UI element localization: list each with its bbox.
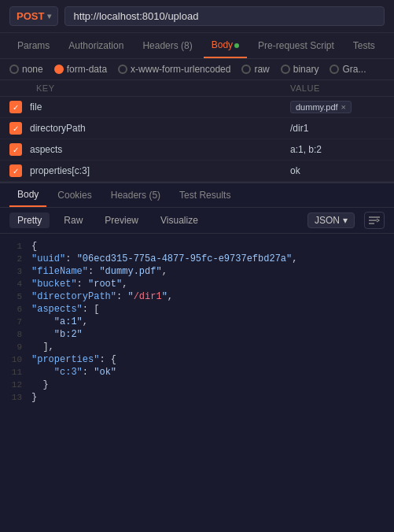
code-line: 7 "a:1", [3, 316, 391, 328]
form-table: KEY VALUE ✓ file dummy.pdf × ✓ directory… [0, 80, 394, 182]
code-line: 9 ], [3, 341, 391, 353]
tab-params[interactable]: Params [9, 34, 57, 57]
radio-none[interactable]: none [9, 64, 43, 75]
url-bar: POST ▾ [0, 0, 394, 33]
radio-graphql[interactable]: Gra... [330, 64, 366, 75]
code-line: 4 "bucket": "root", [3, 278, 391, 290]
tab-headers[interactable]: Headers (8) [134, 34, 200, 57]
radio-raw[interactable]: raw [241, 64, 269, 75]
radio-urlencoded-circle [118, 65, 127, 74]
tab-pre-request[interactable]: Pre-request Script [250, 34, 342, 57]
code-line: 1 { [3, 240, 391, 253]
code-line: 10 "properties": { [3, 353, 391, 366]
table-header: KEY VALUE [0, 80, 394, 97]
radio-binary-circle [281, 65, 290, 74]
row-1-checkbox[interactable]: ✓ [9, 101, 22, 113]
header-value-col: VALUE [290, 83, 385, 93]
view-preview-button[interactable]: Preview [97, 212, 146, 228]
code-line: 11 "c:3": "ok" [3, 366, 391, 379]
url-input[interactable] [64, 6, 385, 26]
radio-none-circle [9, 65, 19, 74]
row-4-key: properties[c:3] [30, 165, 290, 176]
radio-raw-circle [241, 65, 251, 74]
code-line: 13 } [3, 391, 391, 404]
method-label: POST [17, 10, 44, 22]
row-3-checkbox[interactable]: ✓ [9, 143, 22, 156]
row-3-key: aspects [30, 144, 290, 155]
json-code-area: 1 { 2 "uuid": "06ecd315-775a-4877-95fc-e… [0, 234, 394, 522]
view-raw-button[interactable]: Raw [56, 212, 90, 228]
format-chevron-icon: ▾ [343, 215, 348, 226]
method-selector[interactable]: POST ▾ [9, 6, 58, 26]
resp-tab-headers[interactable]: Headers (5) [103, 184, 168, 206]
code-line: 12 } [3, 379, 391, 391]
table-row: ✓ file dummy.pdf × [0, 97, 394, 118]
row-4-checkbox[interactable]: ✓ [9, 164, 22, 177]
resp-tab-test-results[interactable]: Test Results [171, 184, 238, 206]
code-line: 6 "aspects": [ [3, 303, 391, 316]
view-visualize-button[interactable]: Visualize [153, 212, 206, 228]
response-tabs: Body Cookies Headers (5) Test Results [0, 182, 394, 208]
header-check-col [9, 83, 33, 93]
body-type-row: none form-data x-www-form-urlencoded raw… [0, 59, 394, 80]
tab-authorization[interactable]: Authorization [61, 34, 131, 57]
resp-tab-body[interactable]: Body [9, 183, 46, 207]
radio-graphql-circle [330, 65, 339, 74]
view-pretty-button[interactable]: Pretty [9, 212, 50, 228]
row-3-value: a:1, b:2 [290, 144, 385, 155]
resp-tab-cookies[interactable]: Cookies [50, 184, 99, 206]
code-line: 2 "uuid": "06ecd315-775a-4877-95fc-e9737… [3, 253, 391, 265]
nav-tabs: Params Authorization Headers (8) Body Pr… [0, 33, 394, 59]
row-2-checkbox[interactable]: ✓ [9, 122, 22, 135]
code-line: 3 "fileName": "dummy.pdf", [3, 265, 391, 278]
row-1-key: file [30, 102, 290, 113]
header-key-col: KEY [33, 83, 290, 93]
table-row: ✓ aspects a:1, b:2 [0, 139, 394, 161]
radio-form-data-circle [54, 65, 64, 74]
table-row: ✓ directoryPath /dir1 [0, 118, 394, 139]
table-row: ✓ properties[c:3] ok [0, 161, 394, 182]
radio-urlencoded[interactable]: x-www-form-urlencoded [118, 64, 230, 75]
file-remove-icon[interactable]: × [341, 102, 346, 112]
tab-tests[interactable]: Tests [345, 34, 383, 57]
code-line: 8 "b:2" [3, 328, 391, 341]
method-chevron-icon: ▾ [47, 12, 51, 20]
row-4-value: ok [290, 165, 385, 176]
format-selector[interactable]: JSON ▾ [307, 212, 355, 228]
wrap-icon[interactable] [364, 212, 385, 229]
tab-body[interactable]: Body [204, 33, 247, 58]
row-2-key: directoryPath [30, 123, 290, 134]
view-options-row: Pretty Raw Preview Visualize JSON ▾ [0, 208, 394, 234]
row-1-value: dummy.pdf × [290, 101, 385, 113]
radio-form-data[interactable]: form-data [54, 64, 107, 75]
body-dot-indicator [234, 43, 239, 48]
file-badge: dummy.pdf × [290, 101, 352, 113]
radio-binary[interactable]: binary [281, 64, 319, 75]
code-line: 5 "directoryPath": "/dir1", [3, 290, 391, 303]
row-2-value: /dir1 [290, 123, 385, 134]
